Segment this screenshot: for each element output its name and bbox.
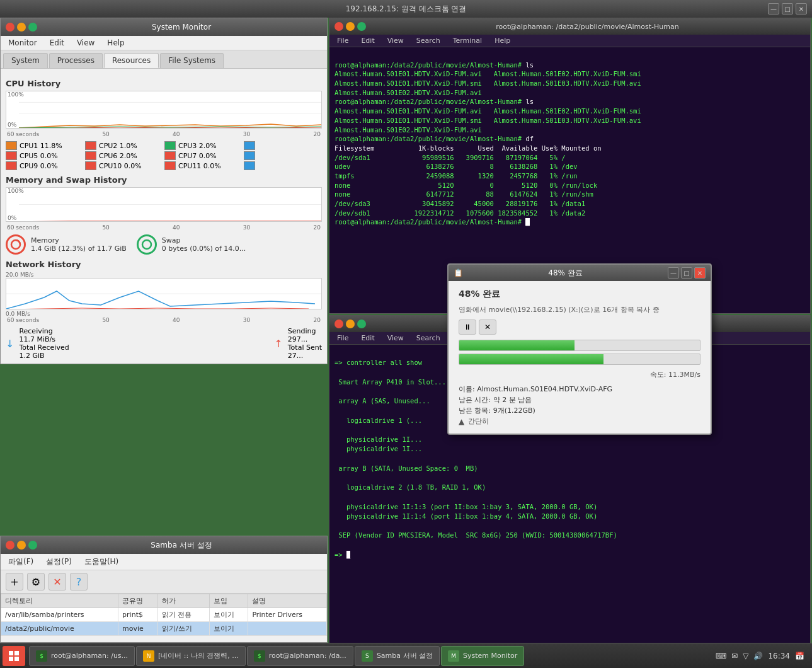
term1-minimize-dot[interactable]: [346, 22, 355, 31]
memory-value: 1.4 GiB (12.3%) of 11.7 GiB: [31, 245, 127, 253]
term2-close-dot[interactable]: [335, 320, 343, 328]
progress-dialog-content: 48% 완료 영화에서 movie(\\192.168.2.15) (X:)(으…: [449, 281, 711, 434]
mem-chart: 100% 0%: [6, 187, 322, 222]
progress-bar-1: [459, 340, 700, 351]
dialog-close-btn[interactable]: ✕: [694, 267, 706, 279]
sysmon-maximize-dot[interactable]: [28, 23, 37, 32]
minimize-button[interactable]: —: [768, 3, 779, 14]
receiving-info: Receiving 11.7 MiB/s Total Received 1.2 …: [19, 327, 69, 360]
share1-visible: 보이기: [209, 608, 248, 622]
network-icon: ▽: [743, 652, 748, 660]
total-received-value: 1.2 GiB: [19, 352, 69, 360]
menu-help[interactable]: Help: [102, 37, 129, 49]
swap-label: Swap: [162, 236, 246, 245]
term1-search[interactable]: Search: [411, 35, 445, 46]
share1-permission: 읽기 전용: [157, 608, 209, 622]
sysmon-taskbar-icon: M: [448, 650, 459, 662]
total-received-label: Total Received: [19, 343, 69, 352]
samba-maximize-dot[interactable]: [28, 541, 37, 550]
taskbar-terminal2[interactable]: $ root@alphaman: /da...: [247, 646, 353, 666]
progress-fill-2: [459, 354, 603, 364]
progress-stop-btn[interactable]: ✕: [479, 320, 496, 335]
samba-close-dot[interactable]: [6, 541, 14, 550]
cpu-legend: CPU1 11.8% CPU2 1.0% CPU3 2.0% CPU5 0.0%: [6, 141, 322, 170]
tab-system[interactable]: System: [3, 53, 48, 68]
term1-close-dot[interactable]: [335, 22, 343, 31]
samba-settings-menu[interactable]: 설정(P): [41, 555, 77, 568]
progress-pause-btn[interactable]: ⏸: [459, 320, 476, 335]
table-row[interactable]: /var/lib/samba/printers print$ 읽기 전용 보이기…: [1, 608, 327, 622]
terminal1-title: root@alphaman: /data2/public/movie/Almos…: [370, 23, 805, 31]
samba-file-menu[interactable]: 파일(F): [3, 555, 38, 568]
dialog-minimize-btn[interactable]: —: [668, 267, 679, 279]
browser-taskbar-icon: N: [143, 650, 154, 662]
samba-menubar: 파일(F) 설정(P) 도움말(H): [1, 554, 327, 570]
term1-view[interactable]: View: [382, 35, 409, 46]
cpu-chart: 100% 0%: [6, 91, 322, 129]
terminal1-titlebar: root@alphaman: /data2/public/movie/Almos…: [329, 18, 810, 35]
cpu5-label: CPU5 0.0%: [20, 152, 58, 160]
receiving-label: Receiving: [19, 327, 69, 335]
samba-help-button[interactable]: ?: [70, 573, 88, 590]
menu-edit[interactable]: Edit: [45, 37, 69, 49]
samba-window: Samba 서버 설정 파일(F) 설정(P) 도움말(H) + ⚙ ✕ ? 디…: [0, 536, 328, 643]
system-monitor-window: System Monitor Monitor Edit View Help Sy…: [0, 18, 328, 364]
taskbar-samba[interactable]: S Samba 서버 설정: [355, 646, 440, 666]
progress-bar-2: [459, 354, 700, 365]
dialog-maximize-btn[interactable]: □: [681, 267, 692, 279]
term2-search[interactable]: Search: [411, 333, 445, 343]
svg-point-4: [142, 240, 151, 249]
term2-edit[interactable]: Edit: [356, 333, 379, 343]
sysmon-close-dot[interactable]: [6, 23, 14, 32]
maximize-button[interactable]: □: [782, 3, 793, 14]
cpu9-legend: CPU9 0.0%: [6, 161, 84, 170]
term1-maximize-dot[interactable]: [357, 22, 366, 31]
menu-view[interactable]: View: [72, 37, 100, 49]
desktop: System Monitor Monitor Edit View Help Sy…: [0, 18, 812, 643]
swap-text: Swap 0 bytes (0.0%) of 14.0...: [162, 236, 246, 253]
term1-edit[interactable]: Edit: [356, 35, 379, 46]
cpu10-label: CPU10 0.0%: [99, 162, 142, 170]
progress-controls: ⏸ ✕: [459, 320, 700, 335]
samba-titlebar: Samba 서버 설정: [1, 536, 327, 554]
term2-file[interactable]: File: [332, 333, 353, 343]
clock: 16:34: [768, 652, 790, 660]
tab-filesystems[interactable]: File Systems: [160, 53, 224, 68]
cpu7-legend: CPU7 0.0%: [164, 151, 243, 160]
samba-settings-button[interactable]: ⚙: [27, 573, 45, 590]
taskbar-terminal1[interactable]: $ root@alphaman: /us...: [29, 646, 135, 666]
progress-toggle[interactable]: ▲ 간단히: [459, 417, 700, 426]
close-button[interactable]: ✕: [796, 3, 807, 14]
tab-resources[interactable]: Resources: [104, 53, 159, 68]
taskbar: $ root@alphaman: /us... N [네이버 :: 나의 경쟁력…: [0, 643, 812, 668]
taskbar-browser[interactable]: N [네이버 :: 나의 경쟁력, ...: [136, 646, 246, 666]
volume-icon: 🔊: [753, 652, 763, 660]
samba-title: Samba 서버 설정: [41, 540, 322, 551]
cpu3-label: CPU3 2.0%: [178, 142, 217, 150]
term1-terminal[interactable]: Terminal: [448, 35, 488, 46]
term2-maximize-dot[interactable]: [357, 320, 366, 328]
col-visible: 보임: [209, 594, 248, 608]
menu-monitor[interactable]: Monitor: [3, 37, 42, 49]
tab-processes[interactable]: Processes: [49, 53, 103, 68]
samba-remove-button[interactable]: ✕: [49, 573, 66, 590]
share2-name: movie: [118, 622, 158, 636]
term2-minimize-dot[interactable]: [346, 320, 355, 328]
sysmon-minimize-dot[interactable]: [17, 23, 26, 32]
share2-visible: 보이기: [209, 622, 248, 636]
mem-x-labels: 60 seconds50403020: [6, 224, 322, 231]
term2-view[interactable]: View: [382, 333, 409, 343]
sysmon-title: System Monitor: [41, 23, 322, 32]
taskbar-sysmon[interactable]: M System Monitor: [441, 646, 524, 666]
cpu8-color: [244, 151, 255, 160]
table-row[interactable]: /data2/public/movie movie 읽기/쓰기 보이기: [1, 622, 327, 636]
cpu6-label: CPU6 2.0%: [99, 152, 137, 160]
cpu12-legend: [244, 161, 322, 170]
cpu3-color: [164, 141, 176, 150]
start-button[interactable]: [3, 646, 25, 666]
samba-add-button[interactable]: +: [6, 573, 23, 590]
samba-help-menu[interactable]: 도움말(H): [79, 555, 123, 568]
term1-file[interactable]: File: [332, 35, 353, 46]
term1-help[interactable]: Help: [489, 35, 515, 46]
samba-minimize-dot[interactable]: [17, 541, 26, 550]
